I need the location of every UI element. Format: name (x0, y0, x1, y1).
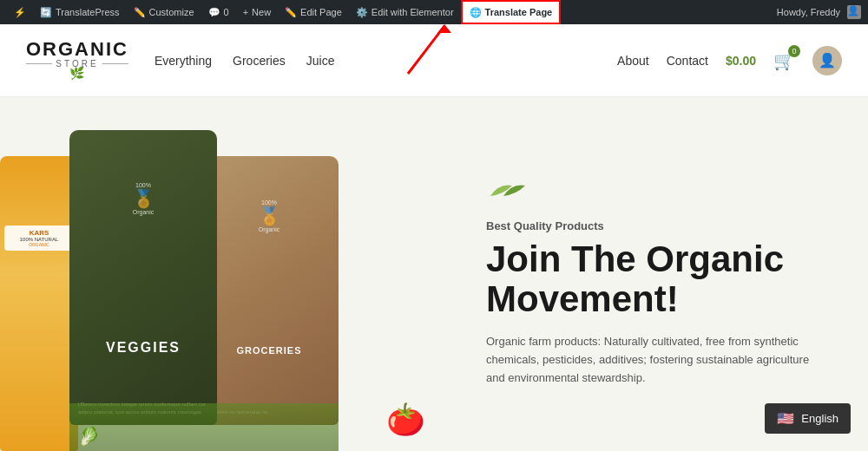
veggies-badge: 100% (133, 182, 155, 188)
hero-title: Join The Organic Movement! (486, 239, 833, 319)
juice-label: KARS 100% NATURAL ORGANIC (4, 226, 74, 251)
groceries-wreath-icon: 🏅 (259, 206, 280, 226)
logo-brand: ORGANIC (26, 40, 128, 59)
nav-everything[interactable]: Everything (155, 54, 212, 68)
hero-content: Best Quality Products Join The Organic M… (451, 97, 868, 451)
wp-logo-button[interactable]: ⚡ (7, 0, 33, 24)
groceries-organic-text: Organic (259, 226, 280, 232)
new-label: New (252, 7, 271, 17)
translate-page-button[interactable]: 🌐 Translate Page (461, 0, 562, 24)
user-avatar[interactable]: 👤 (812, 46, 842, 75)
comments-icon: 💬 (208, 7, 220, 18)
customize-icon: ✏️ (134, 7, 146, 18)
cart-badge: 0 (788, 45, 800, 57)
nav-links-right: About Contact $0.00 🛒 0 👤 (617, 46, 842, 75)
juice-bottle: KARS 100% NATURAL ORGANIC (0, 156, 78, 451)
nav-about[interactable]: About (617, 54, 649, 68)
comments-count: 0 (224, 7, 229, 17)
edit-page-label: Edit Page (300, 7, 342, 17)
avatar-image: 👤 (819, 52, 836, 69)
hero-leaf-icon (486, 179, 833, 209)
elementor-label: Edit with Elementor (372, 7, 454, 17)
howdy-text: Howdy, Freddy (777, 7, 840, 17)
admin-avatar: 👤 (847, 5, 861, 19)
groceries-badge: 100% (259, 199, 280, 206)
elementor-button[interactable]: ⚙️ Edit with Elementor (349, 0, 461, 24)
groceries-title: GROCERIES (236, 345, 301, 356)
translatepress-label: TranslatePress (56, 7, 120, 17)
hero-section: KARS 100% NATURAL ORGANIC 100% 🏅 Organic… (0, 97, 868, 451)
language-label: English (801, 412, 838, 425)
logo-sub: STORE (56, 59, 98, 69)
greens-decoration: 🥬 (78, 426, 100, 447)
nav-groceries[interactable]: Groceries (233, 54, 286, 68)
veggies-title: VEGGIES (106, 340, 181, 356)
new-button[interactable]: + New (236, 0, 278, 24)
edit-icon: ✏️ (285, 7, 297, 18)
logo[interactable]: ORGANIC STORE 🌿 (26, 40, 128, 81)
translatepress-button[interactable]: 🔄 TranslatePress (33, 0, 127, 24)
customize-button[interactable]: ✏️ Customize (127, 0, 201, 24)
veggies-organic-text: Organic (133, 209, 155, 215)
admin-bar: ⚡ 🔄 TranslatePress ✏️ Customize 💬 0 + Ne… (0, 0, 868, 24)
cart-button[interactable]: 🛒 0 (773, 50, 795, 71)
hero-images: KARS 100% NATURAL ORGANIC 100% 🏅 Organic… (0, 97, 451, 451)
tomatoes-decoration: 🍅 (386, 402, 425, 438)
veggies-ground (69, 403, 339, 451)
comments-button[interactable]: 💬 0 (201, 0, 236, 24)
nav-juice[interactable]: Juice (306, 54, 335, 68)
language-flag: 🇺🇸 (777, 410, 794, 427)
translate-icon: 🌐 (470, 7, 482, 18)
language-bar[interactable]: 🇺🇸 English (765, 403, 851, 434)
wp-logo-icon: ⚡ (14, 7, 26, 18)
nav-contact[interactable]: Contact (667, 54, 708, 68)
cart-price: $0.00 (726, 54, 756, 68)
hero-subtitle: Best Quality Products (486, 219, 833, 232)
veggies-bag: 100% 🏅 Organic VEGGIES Ullamco inventore… (69, 130, 217, 425)
navigation-bar: ORGANIC STORE 🌿 Everything Groceries Jui… (0, 24, 868, 97)
hero-description: Organic farm products: Naturally cultiva… (486, 333, 816, 387)
groceries-bag: 100% 🏅 Organic GROCERIES inventore nu no… (200, 156, 339, 425)
elementor-icon: ⚙️ (356, 7, 368, 18)
translate-page-label: Translate Page (485, 7, 553, 17)
customize-label: Customize (149, 7, 194, 17)
edit-page-button[interactable]: ✏️ Edit Page (278, 0, 349, 24)
veggies-wreath-icon: 🏅 (133, 188, 155, 209)
translatepress-icon: 🔄 (40, 7, 52, 18)
admin-bar-right: Howdy, Freddy 👤 (777, 5, 861, 19)
plus-icon: + (243, 7, 248, 17)
nav-links-left: Everything Groceries Juice (155, 54, 335, 68)
